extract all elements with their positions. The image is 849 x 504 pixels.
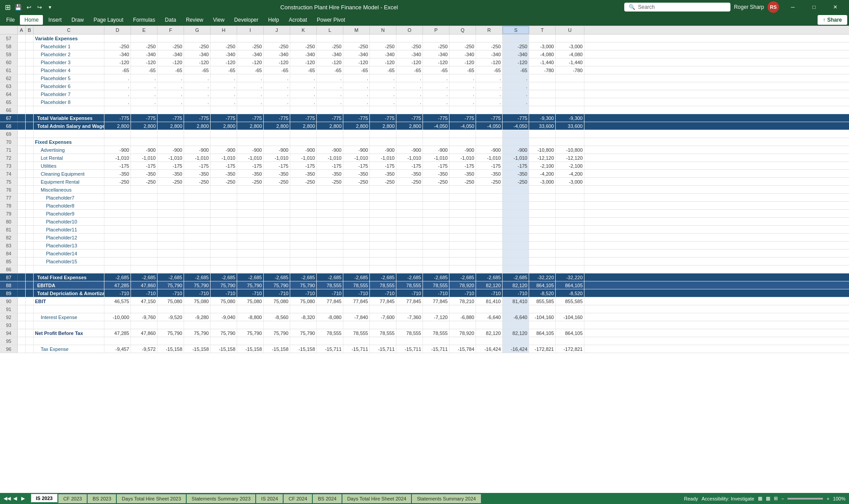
cell-value[interactable] [184, 138, 211, 146]
ribbon-tab-formulas[interactable]: Formulas [129, 15, 160, 25]
cell-value[interactable]: -15,711 [423, 345, 449, 353]
cell-value[interactable]: -1,010 [264, 154, 290, 162]
cell-value[interactable] [317, 265, 343, 273]
cell-value[interactable] [131, 250, 158, 257]
cell-value[interactable]: -175 [476, 162, 503, 169]
cell-value[interactable] [370, 337, 396, 345]
cell-value[interactable]: -250 [423, 42, 449, 50]
cell-value[interactable]: -8,320 [290, 313, 317, 321]
cell-b[interactable] [26, 35, 34, 42]
cell-total[interactable] [556, 82, 584, 90]
cell-s[interactable]: 81,410 [503, 297, 529, 305]
sheet-nav-arrows[interactable]: ◀◀ ◀ ▶ [4, 495, 27, 502]
cell-label[interactable]: EBITDA [34, 281, 104, 289]
search-box[interactable]: 🔍 Search [624, 3, 730, 12]
cell-value[interactable] [370, 321, 396, 329]
cell-label[interactable]: Placeholder14 [34, 250, 104, 257]
cell-s[interactable]: -250 [503, 42, 529, 50]
cell-value[interactable]: -6,640 [476, 313, 503, 321]
cell-s[interactable]: 82,120 [503, 329, 529, 337]
cell-value[interactable]: -350 [343, 170, 370, 177]
cell-value[interactable]: -350 [449, 170, 476, 177]
cell-value[interactable] [423, 202, 449, 209]
cell-b[interactable] [26, 50, 34, 58]
cell-total[interactable]: -2,100 [556, 162, 584, 169]
cell-label[interactable]: Placeholder15 [34, 258, 104, 265]
cell-value[interactable]: -4,050 [423, 122, 449, 130]
cell-value[interactable]: . [237, 98, 264, 106]
cell-value[interactable] [290, 258, 317, 265]
cell-a[interactable] [18, 138, 26, 146]
cell-value[interactable] [370, 138, 396, 146]
cell-value[interactable] [317, 305, 343, 313]
cell-label[interactable]: Utilities [34, 162, 104, 169]
cell-value[interactable] [158, 186, 184, 193]
cell-value[interactable]: . [290, 82, 317, 90]
cell-value[interactable]: -710 [211, 289, 237, 297]
cell-value[interactable]: . [449, 82, 476, 90]
cell-value[interactable] [184, 218, 211, 225]
cell-value[interactable]: 2,800 [370, 122, 396, 130]
cell-value[interactable]: . [476, 90, 503, 98]
cell-value[interactable] [237, 321, 264, 329]
cell-value[interactable]: 2,800 [396, 122, 423, 130]
cell-value[interactable]: . [131, 82, 158, 90]
cell-value[interactable] [476, 265, 503, 273]
cell-b[interactable] [26, 194, 34, 201]
cell-a[interactable] [18, 122, 26, 130]
cell-value[interactable] [104, 106, 131, 114]
col-header-Q[interactable]: Q [449, 26, 476, 34]
cell-value[interactable] [131, 210, 158, 217]
cell-value[interactable]: -250 [343, 178, 370, 185]
cell-value[interactable] [184, 321, 211, 329]
cell-s[interactable]: -65 [503, 66, 529, 74]
ribbon-tab-acrobat[interactable]: Acrobat [284, 15, 311, 25]
cell-value[interactable] [264, 202, 290, 209]
cell-value[interactable] [237, 35, 264, 42]
cell-label[interactable]: Placeholder 7 [34, 90, 104, 98]
zoom-out[interactable]: − [781, 496, 784, 501]
cell-value[interactable] [158, 234, 184, 241]
cell-value[interactable]: -250 [449, 178, 476, 185]
cell-total[interactable] [556, 194, 584, 201]
cell-value[interactable]: -175 [317, 162, 343, 169]
cell-t[interactable] [529, 305, 556, 313]
col-header-A[interactable]: A [18, 26, 26, 34]
cell-t[interactable] [529, 98, 556, 106]
cell-value[interactable] [131, 35, 158, 42]
cell-label[interactable]: Fixed Expenses [34, 138, 104, 146]
cell-value[interactable]: . [370, 90, 396, 98]
cell-value[interactable] [211, 226, 237, 233]
col-header-N[interactable]: N [370, 26, 396, 34]
cell-t[interactable]: -780 [529, 66, 556, 74]
cell-value[interactable] [264, 194, 290, 201]
cell-value[interactable] [449, 35, 476, 42]
cell-value[interactable]: -775 [131, 114, 158, 122]
cell-total[interactable]: -780 [556, 66, 584, 74]
cell-value[interactable] [211, 186, 237, 193]
cell-value[interactable]: -710 [423, 289, 449, 297]
cell-value[interactable]: -350 [237, 170, 264, 177]
ribbon-tab-view[interactable]: View [209, 15, 229, 25]
cell-value[interactable] [317, 35, 343, 42]
cell-value[interactable]: -175 [290, 162, 317, 169]
cell-value[interactable] [184, 337, 211, 345]
cell-value[interactable] [131, 138, 158, 146]
cell-value[interactable]: 2,800 [184, 122, 211, 130]
cell-value[interactable]: 46,575 [104, 297, 131, 305]
cell-value[interactable] [264, 138, 290, 146]
cell-value[interactable] [423, 250, 449, 257]
cell-value[interactable] [211, 250, 237, 257]
cell-value[interactable] [184, 194, 211, 201]
cell-label[interactable]: Placeholder 2 [34, 50, 104, 58]
cell-value[interactable] [237, 194, 264, 201]
cell-value[interactable]: -710 [370, 289, 396, 297]
cell-value[interactable]: 78,555 [423, 329, 449, 337]
col-header-J[interactable]: J [264, 26, 290, 34]
sheet-tab-bs-2024[interactable]: BS 2024 [313, 494, 341, 503]
nav-next[interactable]: ▶ [19, 495, 27, 502]
cell-label[interactable] [34, 337, 104, 345]
cell-value[interactable]: -2,685 [104, 273, 131, 281]
cell-value[interactable]: -250 [396, 42, 423, 50]
cell-value[interactable] [317, 234, 343, 241]
